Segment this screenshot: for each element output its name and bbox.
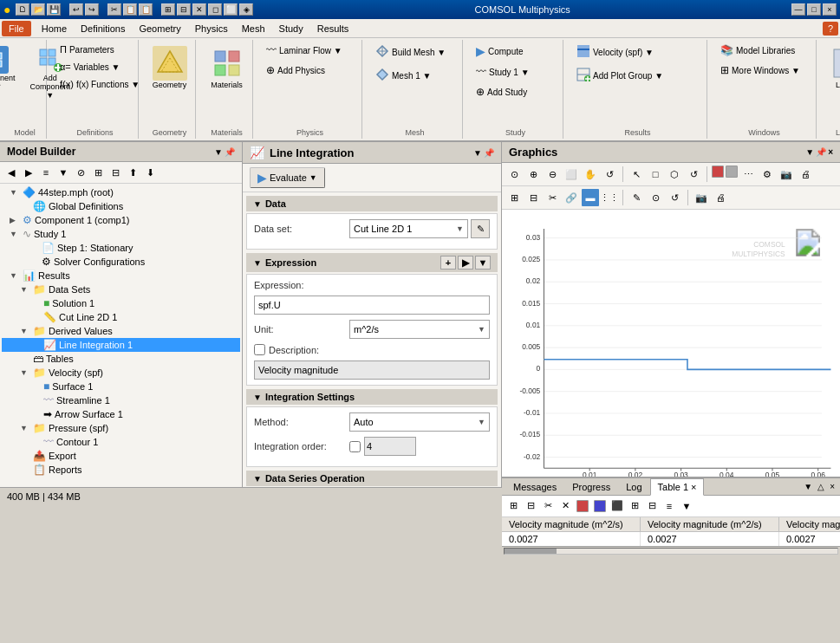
order-checkbox[interactable]: [349, 441, 361, 452]
component-btn[interactable]: Component1 ▼: [0, 42, 19, 104]
cp-pin-btn[interactable]: 📌: [484, 148, 494, 158]
tree-export[interactable]: 📤 Export: [2, 449, 240, 463]
compute-btn[interactable]: ▶ Compute: [472, 42, 559, 61]
scrollbar-thumb[interactable]: [505, 549, 557, 554]
bp-color-red[interactable]: [576, 500, 589, 512]
expression-more-btn[interactable]: ▼: [475, 256, 491, 270]
gp-t2-1[interactable]: ⊞: [505, 189, 523, 206]
bp-close-btn[interactable]: ×: [828, 480, 837, 493]
gp-t2-4[interactable]: 🔗: [563, 189, 580, 206]
description-checkbox[interactable]: [254, 344, 265, 355]
tree-comp1[interactable]: ▶ ⚙ Component 1 (comp1): [2, 213, 240, 227]
menu-study[interactable]: Study: [272, 22, 310, 36]
paste-btn[interactable]: 📋: [139, 3, 153, 16]
tb-btn4[interactable]: ◻: [208, 3, 222, 16]
tree-pressure-spf[interactable]: ▼ 📁 Pressure (spf): [2, 421, 240, 435]
model-libraries-btn[interactable]: 📚 Model Libraries: [716, 42, 812, 59]
tab-table1[interactable]: Table 1 ×: [650, 478, 705, 496]
evaluate-btn[interactable]: ▶ Evaluate ▼: [250, 167, 325, 188]
tree-surface1[interactable]: ■ Surface 1: [2, 380, 240, 393]
gp-view-rect[interactable]: ▬: [582, 189, 599, 206]
study1-btn[interactable]: 〰 Study 1 ▼: [472, 63, 559, 81]
minimize-btn[interactable]: —: [791, 3, 805, 16]
variables-btn[interactable]: α= Variables ▼: [55, 59, 134, 75]
tb-btn1[interactable]: ⊞: [161, 3, 175, 16]
menu-home[interactable]: Home: [35, 22, 74, 36]
gp-t2-5[interactable]: ✎: [628, 189, 645, 206]
open-btn[interactable]: 📂: [31, 3, 45, 16]
dataset-edit-btn[interactable]: ✎: [471, 219, 490, 238]
zoom-box-icon[interactable]: ⬜: [563, 166, 580, 183]
tree-study1[interactable]: ▼ ∿ Study 1: [2, 227, 240, 241]
data-section-header[interactable]: ▼ Data: [246, 196, 498, 211]
bp-icon7[interactable]: ⊟: [644, 498, 660, 514]
build-mesh-btn[interactable]: Build Mesh ▼: [371, 42, 459, 62]
tab-progress[interactable]: Progress: [564, 478, 618, 495]
tb-btn3[interactable]: ✕: [192, 3, 206, 16]
mb-dropdown-btn[interactable]: ▼: [55, 165, 71, 180]
cut-btn[interactable]: ✂: [107, 3, 121, 16]
expression-input[interactable]: [254, 296, 490, 315]
bp-icon3[interactable]: ✂: [540, 498, 556, 514]
dataset-select[interactable]: Cut Line 2D 1 ▼: [349, 219, 468, 238]
mb-forward-btn[interactable]: ▶: [21, 165, 36, 180]
expand-datasets[interactable]: ▼: [20, 285, 30, 294]
close-btn[interactable]: ×: [823, 3, 837, 16]
tree-reports[interactable]: 📋 Reports: [2, 463, 240, 477]
bp-collapse-btn[interactable]: ▼: [802, 480, 814, 493]
gp-t2-6[interactable]: ⊙: [647, 189, 664, 206]
data-series-header[interactable]: ▼ Data Series Operation: [246, 471, 498, 486]
mesh1-btn[interactable]: Mesh 1 ▼: [371, 65, 459, 86]
bp-icon5[interactable]: ⬛: [609, 498, 625, 514]
expand-velocity[interactable]: ▼: [20, 368, 30, 377]
redo-btn[interactable]: ↪: [85, 3, 99, 16]
gp-t2-3[interactable]: ✂: [544, 189, 561, 206]
expression-play-btn[interactable]: ▶: [458, 256, 473, 270]
bp-icon9[interactable]: ▼: [679, 498, 694, 514]
gp-print-icon[interactable]: 🖨: [797, 166, 814, 183]
add-expression-btn[interactable]: +: [440, 256, 456, 270]
tree-velocity-spf[interactable]: ▼ 📁 Velocity (spf): [2, 366, 240, 380]
mb-move-down-btn[interactable]: ⬇: [142, 165, 158, 180]
tree-arrow-surface1[interactable]: ➡ Arrow Surface 1: [2, 407, 240, 421]
scrollbar-track[interactable]: [504, 548, 838, 555]
add-study-btn[interactable]: ⊕ Add Study: [472, 83, 559, 101]
mb-collapse-all-btn[interactable]: ⊟: [107, 165, 123, 180]
menu-definitions[interactable]: Definitions: [74, 22, 132, 36]
gp-t2-8[interactable]: 🖨: [712, 189, 729, 206]
mb-filter-btn[interactable]: ⊘: [73, 165, 88, 180]
tree-results[interactable]: ▼ 📊 Results: [2, 269, 240, 283]
layout-btn[interactable]: Layout: [824, 42, 841, 94]
functions-btn[interactable]: f(x) f(x) Functions ▼: [55, 76, 134, 92]
copy-btn[interactable]: 📋: [123, 3, 137, 16]
parameters-btn[interactable]: Π Parameters: [55, 42, 134, 57]
geometry-btn[interactable]: Geometry: [147, 42, 193, 94]
tree-cutline[interactable]: 📏 Cut Line 2D 1: [2, 310, 240, 324]
gp-view-points[interactable]: ⋮⋮: [601, 189, 618, 206]
tab-messages[interactable]: Messages: [505, 478, 564, 495]
tb-btn6[interactable]: ◈: [239, 3, 253, 16]
tree-tables[interactable]: 🗃 Tables: [2, 352, 240, 366]
expand-derived[interactable]: ▼: [20, 327, 30, 335]
bp-icon6[interactable]: ⊞: [627, 498, 642, 514]
tb-btn5[interactable]: ⬜: [224, 3, 238, 16]
rotate-icon[interactable]: ↺: [601, 166, 618, 183]
zoom-out-icon[interactable]: ⊖: [544, 166, 561, 183]
gp-wireframe-icon[interactable]: □: [647, 166, 664, 183]
gp-close-btn[interactable]: ×: [828, 147, 833, 157]
unit-select[interactable]: m^2/s ▼: [349, 320, 490, 339]
gp-color2[interactable]: [726, 166, 738, 178]
horizontal-scrollbar[interactable]: [502, 546, 840, 556]
add-physics-btn[interactable]: ⊕ Add Physics: [262, 62, 358, 79]
tree-solver-configs[interactable]: ⚙ Solver Configurations: [2, 255, 240, 269]
cp-collapse-btn[interactable]: ▼: [473, 148, 482, 158]
gp-export-icon[interactable]: 📷: [778, 166, 795, 183]
gp-settings-icon[interactable]: ⚙: [759, 166, 776, 183]
zoom-in-icon[interactable]: ⊕: [524, 166, 542, 183]
tb-btn2[interactable]: ⊟: [177, 3, 191, 16]
order-input[interactable]: [364, 437, 416, 456]
more-windows-btn[interactable]: ⊞ More Windows ▼: [716, 62, 812, 79]
gp-color1[interactable]: [712, 166, 724, 178]
mb-move-up-btn[interactable]: ⬆: [125, 165, 140, 180]
mb-expand-all-btn[interactable]: ⊞: [90, 165, 106, 180]
